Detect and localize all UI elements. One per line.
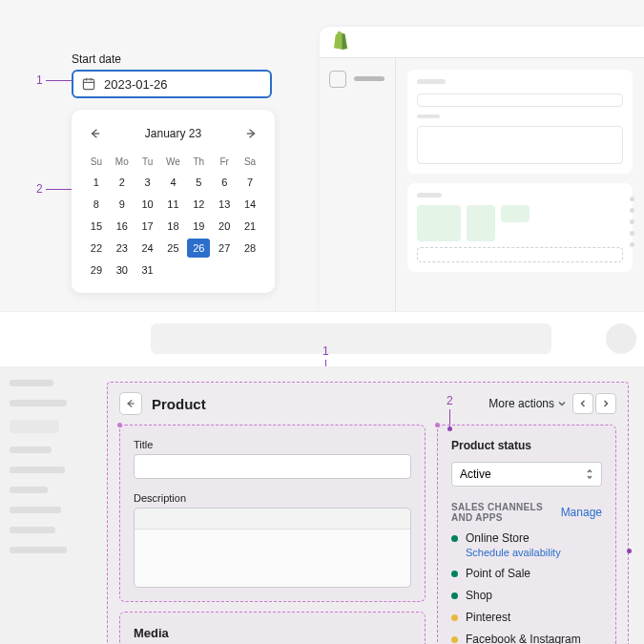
channel-status-dot: [451, 535, 458, 542]
calendar-day[interactable]: 18: [162, 217, 185, 236]
status-card-outline: Product status Active SALES CHANNELS AND…: [437, 425, 616, 644]
date-value: 2023-01-26: [104, 77, 168, 92]
calendar-weekday: Su: [85, 154, 108, 170]
calendar-weekday: We: [162, 154, 185, 170]
channel-row: Pinterest: [451, 611, 602, 624]
calendar-day[interactable]: 26: [187, 239, 210, 258]
back-button[interactable]: [119, 392, 142, 415]
channel-name: Online Store: [466, 531, 530, 545]
channel-row: Facebook & Instagram: [451, 633, 602, 644]
calendar-day[interactable]: 14: [239, 195, 261, 214]
calendar-day[interactable]: 31: [136, 260, 159, 280]
status-dots: [630, 197, 634, 254]
date-label: Start date: [72, 52, 275, 66]
calendar-day[interactable]: 27: [213, 239, 236, 258]
manage-link[interactable]: Manage: [561, 506, 602, 519]
media-card-outline: Media: [119, 612, 426, 644]
calendar-day[interactable]: 15: [85, 217, 108, 236]
media-title: Media: [134, 626, 411, 640]
more-actions-button[interactable]: More actions: [488, 397, 567, 410]
channel-row: Shop: [451, 589, 602, 602]
calendar-day[interactable]: 11: [162, 195, 185, 214]
calendar-day[interactable]: 30: [111, 260, 134, 280]
annotation-b2: 2: [447, 394, 453, 407]
description-label: Description: [134, 492, 411, 504]
calendar-day[interactable]: 3: [136, 173, 159, 192]
nav-placeholder-bar: [354, 76, 384, 81]
channel-row: Point of Sale: [451, 567, 602, 580]
calendar-day[interactable]: 6: [213, 173, 236, 192]
channel-status-dot: [451, 636, 458, 643]
admin-preview: [320, 27, 644, 311]
calendar-day[interactable]: 5: [187, 173, 210, 192]
channel-row: Online Store: [451, 531, 602, 545]
next-button[interactable]: [595, 393, 616, 414]
annotation-2: 2: [36, 182, 43, 196]
main-card-outline: Title Description: [119, 425, 426, 602]
page-title: Product: [152, 396, 488, 412]
annotation-b1: 1: [322, 344, 329, 358]
title-input[interactable]: [134, 454, 411, 479]
calendar-day[interactable]: 12: [187, 195, 210, 214]
calendar-day[interactable]: 29: [85, 260, 108, 280]
calendar-day[interactable]: 23: [111, 239, 134, 258]
channel-status-dot: [451, 614, 458, 621]
calendar-day[interactable]: 10: [136, 195, 159, 214]
calendar-day[interactable]: 1: [85, 173, 108, 192]
product-status-select[interactable]: Active: [451, 462, 602, 487]
calendar-weekday: Th: [187, 154, 210, 170]
calendar-day[interactable]: 28: [239, 239, 261, 258]
product-status-title: Product status: [451, 439, 602, 452]
left-nav-placeholder: [0, 366, 95, 644]
calendar-day[interactable]: 4: [162, 173, 185, 192]
calendar-day[interactable]: 8: [85, 195, 108, 214]
channel-name: Facebook & Instagram: [466, 633, 581, 644]
channel-status-dot: [451, 571, 458, 577]
svg-rect-0: [83, 79, 93, 89]
preview-card-2: [407, 183, 633, 272]
avatar-placeholder[interactable]: [606, 323, 636, 354]
calendar-day[interactable]: 17: [136, 217, 159, 236]
calendar-weekday: Tu: [136, 154, 159, 170]
nav-placeholder-icon: [329, 71, 346, 88]
calendar-icon: [81, 76, 96, 92]
channels-header: SALES CHANNELS AND APPS: [451, 502, 561, 523]
shopify-logo-icon: [331, 31, 348, 53]
description-textarea[interactable]: [134, 508, 411, 588]
calendar: January 23 SuMoTuWeThFrSa123456789101112…: [72, 110, 275, 293]
calendar-month-title: January 23: [145, 127, 201, 140]
title-label: Title: [134, 439, 411, 450]
annotation-1: 1: [36, 73, 43, 87]
channel-name: Shop: [466, 589, 492, 602]
calendar-day[interactable]: 22: [85, 239, 108, 258]
page-outline: Product More actions 2: [107, 382, 629, 644]
calendar-day[interactable]: 2: [111, 173, 134, 192]
calendar-day[interactable]: 16: [111, 217, 134, 236]
calendar-day[interactable]: 7: [239, 173, 261, 192]
calendar-weekday: Mo: [111, 154, 134, 170]
search-placeholder[interactable]: [151, 323, 551, 354]
preview-card: [407, 70, 633, 174]
channel-name: Point of Sale: [466, 567, 530, 580]
next-month-button[interactable]: [240, 123, 261, 144]
calendar-weekday: Fr: [213, 154, 236, 170]
prev-month-button[interactable]: [85, 123, 106, 144]
date-input[interactable]: 2023-01-26: [72, 70, 272, 98]
calendar-day[interactable]: 13: [213, 195, 236, 214]
calendar-day[interactable]: 21: [239, 217, 261, 236]
channel-name: Pinterest: [466, 611, 510, 624]
rte-toolbar[interactable]: [135, 509, 410, 530]
schedule-availability-link[interactable]: Schedule availability: [466, 547, 602, 558]
calendar-day[interactable]: 19: [187, 217, 210, 236]
calendar-weekday: Sa: [239, 154, 261, 170]
prev-button[interactable]: [572, 393, 593, 414]
calendar-day[interactable]: 24: [136, 239, 159, 258]
calendar-day[interactable]: 9: [111, 195, 134, 214]
calendar-day[interactable]: 25: [162, 239, 185, 258]
calendar-day[interactable]: 20: [213, 217, 236, 236]
channel-status-dot: [451, 592, 458, 599]
